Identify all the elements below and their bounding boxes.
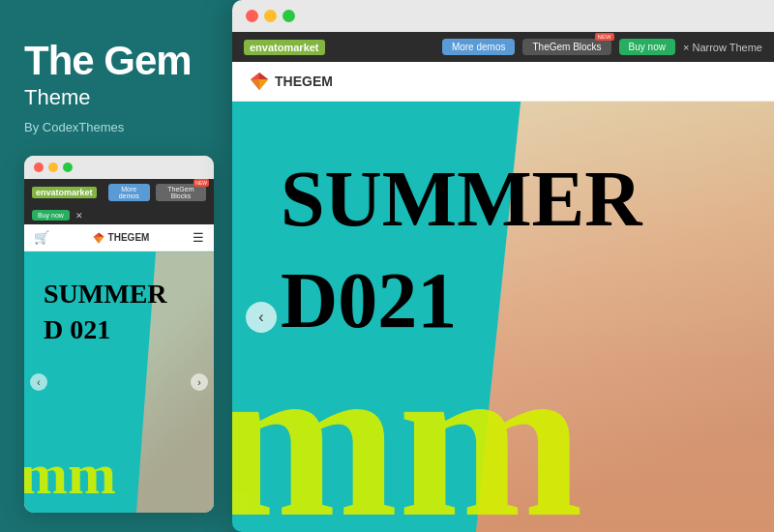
large-hero-area: SUMMER D021 mm ‹ (232, 102, 774, 532)
large-buy-btn[interactable]: Buy now (619, 39, 675, 55)
small-browser-toolbar: envatomarket More demos TheGem Blocks NE… (24, 179, 214, 206)
cart-icon-small: 🛒 (34, 230, 49, 245)
left-panel: The Gem Theme By CodexThemes envatomarke… (0, 0, 232, 532)
dot-green-small (63, 163, 73, 172)
small-prev-arrow[interactable]: ‹ (30, 373, 47, 391)
small-hero-area: SUMMER D 021 mm ‹ › (24, 251, 214, 513)
svg-marker-1 (99, 232, 104, 236)
large-nav: THEGEM (232, 62, 774, 102)
large-year-text: D021 (281, 261, 457, 340)
envato-logo-large: envatomarket (244, 40, 325, 55)
small-titlebar (24, 156, 214, 179)
dot-yellow-large (264, 10, 277, 22)
small-toolbar-row2: Buy now ✕ (24, 206, 214, 224)
small-buy-btn[interactable]: Buy now (32, 210, 70, 221)
large-preview-panel: envatomarket More demos TheGem Blocks NE… (232, 0, 774, 532)
large-browser-toolbar: envatomarket More demos TheGem Blocks NE… (232, 32, 774, 62)
large-thegem-blocks-btn[interactable]: TheGem Blocks NEW (522, 39, 610, 55)
large-prev-arrow[interactable]: ‹ (246, 302, 277, 333)
theme-title: The Gem (24, 39, 208, 83)
small-nav: 🛒 THEGEM ☰ (24, 224, 214, 251)
small-thegem-blocks-btn[interactable]: TheGem Blocks NEW (156, 184, 206, 201)
small-more-demos-btn[interactable]: More demos (108, 184, 150, 201)
large-script-text: mm (232, 329, 583, 532)
small-summer-text: SUMMER (44, 281, 167, 308)
svg-marker-3 (99, 236, 104, 243)
large-more-demos-btn[interactable]: More demos (442, 39, 516, 55)
svg-marker-5 (259, 73, 268, 79)
svg-marker-7 (259, 79, 268, 90)
svg-marker-2 (93, 236, 98, 243)
small-next-arrow[interactable]: › (191, 373, 208, 391)
dot-yellow-small (48, 163, 58, 172)
theme-subtitle: Theme (24, 85, 208, 110)
gem-logo-small: THEGEM (49, 232, 193, 244)
gem-logo-large: THEGEM (250, 72, 333, 91)
theme-author: By CodexThemes (24, 120, 208, 134)
large-new-badge: NEW (595, 33, 614, 41)
small-preview-card: envatomarket More demos TheGem Blocks NE… (24, 156, 214, 513)
dot-red-small (34, 163, 44, 172)
large-summer-text: SUMMER (281, 160, 642, 239)
dot-green-large (283, 10, 295, 22)
small-year-text: D 021 (44, 314, 110, 345)
diamond-icon-small (93, 232, 104, 244)
small-close-btn[interactable]: ✕ (75, 211, 83, 221)
large-titlebar (232, 0, 774, 32)
diamond-icon-large (250, 72, 269, 91)
envato-logo-small: envatomarket (32, 187, 97, 198)
small-script-text: mm (24, 445, 116, 503)
dot-red-large (246, 10, 258, 22)
small-new-badge: NEW (194, 179, 209, 187)
hamburger-icon-small[interactable]: ☰ (193, 230, 204, 245)
large-close-btn[interactable]: × Narrow Theme (683, 42, 762, 53)
svg-marker-6 (251, 79, 259, 90)
